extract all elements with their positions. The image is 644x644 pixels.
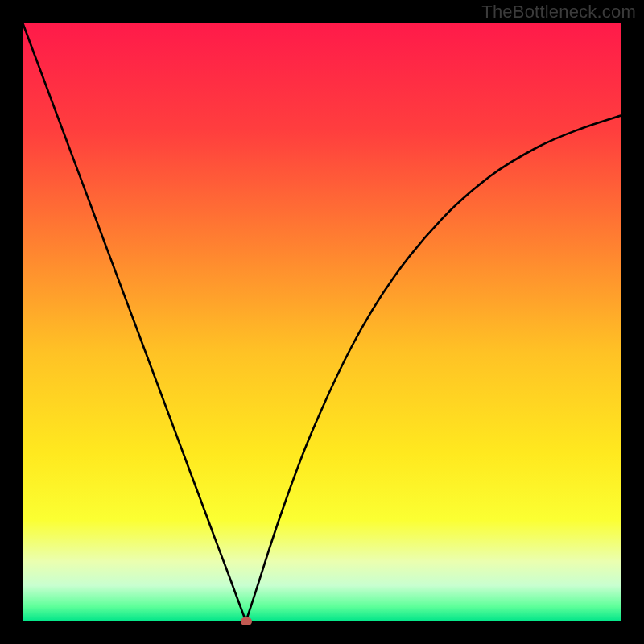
plot-area bbox=[23, 23, 621, 621]
bottleneck-curve bbox=[23, 23, 621, 621]
chart-frame: TheBottleneck.com bbox=[0, 0, 644, 644]
watermark-text: TheBottleneck.com bbox=[481, 2, 636, 23]
optimal-point-marker bbox=[241, 617, 252, 625]
